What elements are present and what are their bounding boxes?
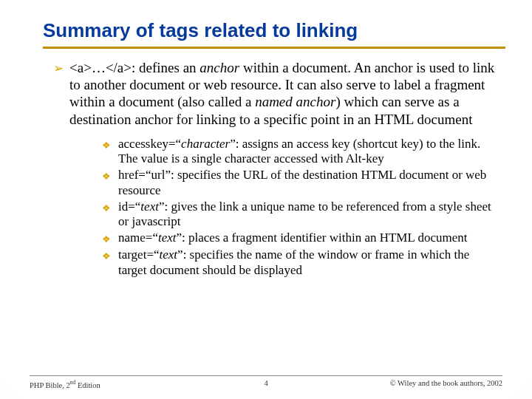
attr-name: href= (118, 168, 146, 182)
sub-item-href: ❖ href=“url”: specifies the URL of the d… (102, 168, 495, 198)
attr-value-italic: text (140, 200, 159, 214)
quote-open: “ (152, 231, 158, 245)
sub-item-target: ❖ target=“text”: specifies the name of t… (102, 248, 495, 278)
sub-text: target=“text”: specifies the name of the… (118, 248, 495, 278)
footer-left: PHP Bible, 2nd Edition (30, 379, 244, 389)
footer-book-title: PHP Bible, 2 (30, 381, 70, 389)
attr-desc: : gives the link a unique name to be ref… (118, 200, 491, 229)
tag-close: </a> (106, 60, 132, 75)
diamond-bullet-icon: ❖ (102, 231, 118, 247)
sub-bullets: ❖ accesskey=“character”: assigns an acce… (102, 137, 495, 279)
attr-value-italic: text (158, 231, 177, 245)
attr-desc: : places a fragment identifier within an… (182, 231, 467, 245)
footer-page-number: 4 (244, 379, 288, 389)
sub-text: id=“text”: gives the link a unique name … (118, 200, 495, 230)
quote-close: ” (230, 137, 236, 151)
quote-open: “ (176, 137, 182, 151)
diamond-bullet-icon: ❖ (102, 137, 118, 153)
quote-close: ” (177, 248, 183, 262)
italic-named-anchor: named anchor (255, 94, 335, 109)
triangle-bullet-icon: ➢ (53, 59, 69, 78)
attr-value: url (151, 168, 166, 182)
attr-desc: : specifies the URL of the destination H… (118, 168, 486, 197)
quote-open: “ (154, 248, 160, 262)
ellipsis: … (92, 60, 106, 75)
tag-open: <a> (69, 60, 92, 75)
footer-copyright: © Wiley and the book authors, 2002 (288, 379, 502, 389)
diamond-bullet-icon: ❖ (102, 200, 118, 216)
attr-name: name= (118, 231, 152, 245)
quote-close: ” (177, 231, 183, 245)
footer-edition: Edition (75, 381, 100, 389)
attr-name: target= (118, 248, 154, 262)
footer: PHP Bible, 2nd Edition 4 © Wiley and the… (30, 375, 502, 389)
sub-item-name: ❖ name=“text”: places a fragment identif… (102, 231, 495, 247)
diamond-bullet-icon: ❖ (102, 248, 118, 264)
italic-anchor: anchor (200, 60, 239, 75)
t1: : defines an (132, 60, 200, 75)
title-underline (43, 47, 505, 49)
main-bullet-text: <a>…</a>: defines an anchor within a doc… (69, 59, 498, 128)
attr-value-italic: character (181, 137, 230, 151)
slide: Summary of tags related to linking ➢ <a>… (0, 0, 532, 399)
sub-text: accesskey=“character”: assigns an access… (118, 137, 495, 167)
sub-item-id: ❖ id=“text”: gives the link a unique nam… (102, 200, 495, 230)
diamond-bullet-icon: ❖ (102, 168, 118, 184)
attr-value-italic: text (160, 248, 178, 262)
sub-text: href=“url”: specifies the URL of the des… (118, 168, 495, 198)
quote-open: “ (146, 168, 151, 182)
sub-text: name=“text”: places a fragment identifie… (118, 231, 495, 246)
quote-close: ” (165, 168, 171, 182)
attr-name: id= (118, 200, 135, 214)
main-bullet-item: ➢ <a>…</a>: defines an anchor within a d… (53, 59, 498, 128)
slide-title: Summary of tags related to linking (43, 19, 505, 42)
attr-name: accesskey= (118, 137, 176, 151)
sub-item-accesskey: ❖ accesskey=“character”: assigns an acce… (102, 137, 495, 167)
